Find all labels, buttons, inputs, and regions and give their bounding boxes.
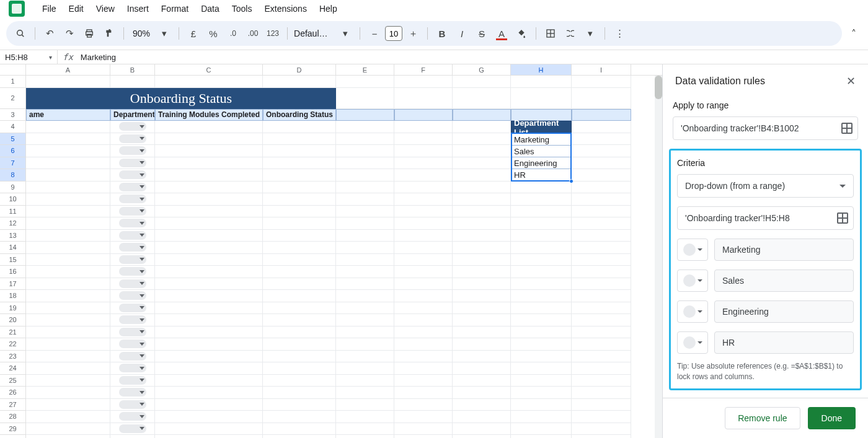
row-header-1[interactable]: 1 — [0, 76, 26, 88]
dropdown-chip[interactable] — [119, 122, 146, 131]
table-header-0[interactable]: ame — [26, 109, 110, 121]
grid-select-icon[interactable] — [837, 212, 848, 224]
vertical-scrollbar[interactable] — [655, 76, 662, 438]
col-header-D[interactable]: D — [263, 64, 336, 75]
col-header-G[interactable]: G — [453, 64, 511, 75]
redo-icon[interactable]: ↷ — [61, 25, 78, 42]
department-list-range[interactable]: Department ListMarketingSalesEngineering… — [511, 121, 572, 181]
col-header-H[interactable]: H — [511, 64, 572, 75]
col-header-B[interactable]: B — [110, 64, 155, 75]
menu-edit[interactable]: Edit — [63, 1, 90, 16]
dropdown-chip[interactable] — [119, 159, 146, 167]
title-cell[interactable]: Onboarding Status — [26, 88, 336, 109]
print-icon[interactable] — [81, 25, 97, 42]
apply-range-input[interactable]: 'Onboarding tracker'!B4:B1002 — [673, 116, 858, 140]
more-formats-icon[interactable]: 123 — [265, 25, 281, 42]
text-color-icon[interactable]: A — [494, 25, 510, 42]
dropdown-chip[interactable] — [119, 364, 146, 372]
option-value[interactable]: Sales — [714, 269, 854, 292]
menu-extensions[interactable]: Extensions — [258, 1, 312, 16]
close-icon[interactable]: ✕ — [846, 74, 856, 88]
dropdown-chip[interactable] — [119, 243, 146, 252]
grid-select-icon[interactable] — [841, 123, 852, 134]
row-header-7[interactable]: 7 — [0, 157, 26, 170]
dropdown-chip[interactable] — [119, 267, 146, 276]
name-box[interactable]: H5:H8 ▾ — [0, 53, 57, 62]
row-header-2[interactable]: 2 — [0, 88, 26, 109]
option-color-picker[interactable] — [677, 239, 708, 261]
row-header-27[interactable]: 27 — [0, 399, 26, 411]
menu-format[interactable]: Format — [155, 1, 195, 16]
row-header-9[interactable]: 9 — [0, 182, 26, 194]
undo-icon[interactable]: ↶ — [42, 25, 58, 42]
font-dropdown-icon[interactable]: ▾ — [337, 25, 353, 42]
row-header-14[interactable]: 14 — [0, 242, 26, 254]
menu-tools[interactable]: Tools — [226, 1, 259, 16]
option-value[interactable]: Marketing — [714, 239, 854, 261]
spreadsheet-grid[interactable]: ABCDEFGHI 123456789101112131415161718192… — [0, 64, 662, 438]
dropdown-chip[interactable] — [119, 255, 146, 264]
row-header-3[interactable]: 3 — [0, 109, 26, 121]
zoom-dropdown-icon[interactable]: ▾ — [156, 25, 172, 42]
menu-data[interactable]: Data — [195, 1, 226, 16]
currency-icon[interactable]: £ — [185, 25, 202, 42]
menu-file[interactable]: File — [36, 1, 63, 16]
dropdown-chip[interactable] — [119, 376, 146, 385]
row-header-26[interactable]: 26 — [0, 387, 26, 399]
col-header-E[interactable]: E — [336, 64, 394, 75]
menu-insert[interactable]: Insert — [121, 1, 155, 16]
decrease-decimal-icon[interactable]: .0 — [225, 25, 241, 42]
name-box-dropdown-icon[interactable]: ▾ — [49, 54, 52, 61]
row-header-23[interactable]: 23 — [0, 351, 26, 363]
bold-icon[interactable]: B — [434, 25, 450, 42]
criteria-source-input[interactable]: 'Onboarding tracker'!H5:H8 — [677, 206, 854, 230]
dropdown-chip[interactable] — [119, 388, 146, 396]
font-size-plus[interactable]: ＋ — [405, 25, 421, 42]
row-header-13[interactable]: 13 — [0, 230, 26, 242]
dropdown-chip[interactable] — [119, 219, 146, 227]
percent-icon[interactable]: % — [205, 25, 221, 42]
dropdown-chip[interactable] — [119, 424, 146, 433]
dropdown-chip[interactable] — [119, 304, 146, 312]
fill-color-icon[interactable] — [513, 25, 529, 42]
zoom-value[interactable]: 90% — [130, 28, 153, 38]
row-header-4[interactable]: 4 — [0, 121, 26, 133]
collapse-toolbar-icon[interactable]: ˄ — [846, 25, 862, 42]
font-family-select[interactable]: Defaul… — [294, 28, 334, 38]
remove-rule-button[interactable]: Remove rule — [725, 407, 800, 429]
table-header-3[interactable]: Onboarding Status — [263, 109, 336, 121]
formula-input[interactable]: Marketing — [78, 53, 118, 62]
dropdown-chip[interactable] — [119, 134, 146, 143]
row-header-16[interactable]: 16 — [0, 266, 26, 278]
row-header-29[interactable]: 29 — [0, 423, 26, 436]
dropdown-chip[interactable] — [119, 291, 146, 300]
dropdown-chip[interactable] — [119, 400, 146, 409]
merge-icon[interactable] — [562, 25, 578, 42]
dropdown-chip[interactable] — [119, 231, 146, 240]
dropdown-chip[interactable] — [119, 183, 146, 191]
department-item[interactable]: Sales — [512, 145, 571, 157]
font-size-input[interactable] — [385, 26, 402, 41]
dropdown-chip[interactable] — [119, 412, 146, 421]
option-value[interactable]: Engineering — [714, 300, 854, 323]
department-item[interactable]: Engineering — [512, 157, 571, 169]
selection-handle[interactable] — [569, 179, 574, 183]
strikethrough-icon[interactable]: S — [474, 25, 490, 42]
department-item[interactable]: HR — [512, 169, 571, 180]
menu-view[interactable]: View — [90, 1, 121, 16]
row-header-12[interactable]: 12 — [0, 217, 26, 230]
dropdown-chip[interactable] — [119, 195, 146, 203]
increase-decimal-icon[interactable]: .00 — [245, 25, 261, 42]
col-header-C[interactable]: C — [155, 64, 263, 75]
merge-dropdown-icon[interactable]: ▾ — [582, 25, 598, 42]
row-header-22[interactable]: 22 — [0, 338, 26, 351]
option-color-picker[interactable] — [677, 269, 708, 292]
option-color-picker[interactable] — [677, 331, 708, 354]
option-color-picker[interactable] — [677, 300, 708, 323]
more-icon[interactable]: ⋮ — [611, 25, 627, 42]
criteria-type-dropdown[interactable]: Drop-down (from a range) — [677, 174, 854, 198]
col-header-I[interactable]: I — [572, 64, 631, 75]
done-button[interactable]: Done — [808, 407, 856, 429]
row-header-28[interactable]: 28 — [0, 411, 26, 423]
font-size-minus[interactable]: − — [366, 25, 383, 42]
